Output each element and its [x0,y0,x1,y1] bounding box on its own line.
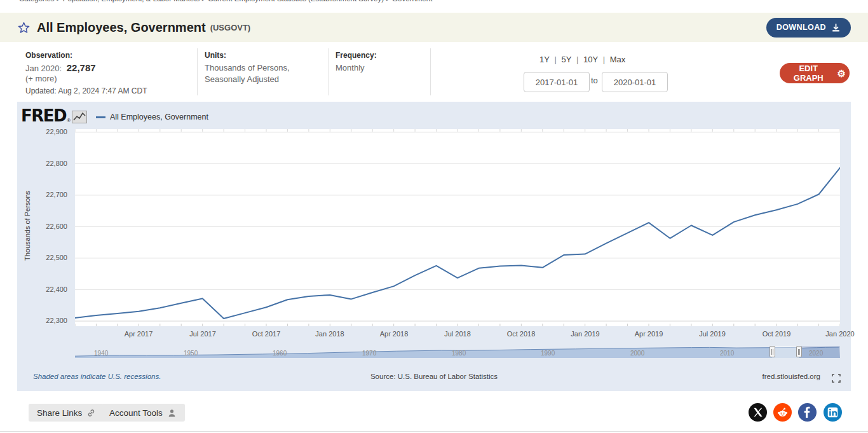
reddit-icon [776,406,789,418]
x-axis-tick-label: Oct 2018 [494,330,548,338]
observation-value: 22,787 [67,62,96,73]
fred-series-page: Categories > Population, Employment, & L… [0,0,868,433]
units-block: Units: Thousands of Persons, Seasonally … [205,51,290,85]
y-axis-tick-label: 22,500 [17,254,67,261]
x-axis-tick-label: Apr 2017 [112,330,165,338]
series-id: (USGOVT) [210,23,251,32]
observation-label: Observation: [25,51,147,60]
fred-logo-chart-icon [72,111,87,123]
source-note: Source: U.S. Bureau of Labor Statistics [17,373,851,380]
page-bottom-divider [0,431,868,432]
series-legend[interactable]: All Employees, Government [96,113,208,121]
navigator-year-label: 2010 [720,350,734,357]
x-logo-icon [753,408,763,417]
divider [197,48,198,95]
navigator-year-label: 1970 [362,350,376,357]
observation-block: Observation: Jan 2020: 22,787 (+ more) U… [25,51,147,95]
share-reddit-button[interactable] [773,403,792,422]
edit-graph-button[interactable]: EDIT GRAPH ⚙ [780,63,850,83]
units-value-line2: Seasonally Adjusted [205,74,290,85]
share-links-label: Share Links [37,408,82,418]
y-axis-tick-label: 22,400 [17,285,67,293]
observation-updated: Updated: Aug 2, 2024 7:47 AM CDT [25,86,147,95]
x-axis-tick-label: Oct 2017 [240,330,293,338]
legend-label: All Employees, Government [110,113,208,121]
account-tools-label: Account Tools [109,408,163,418]
navigator-year-label: 2000 [630,350,644,357]
download-icon [831,23,841,32]
x-axis-tick-label: Oct 2019 [750,330,803,338]
person-icon [167,408,177,418]
range-link-1y[interactable]: 1Y [539,55,550,64]
x-axis-tick-label: Apr 2019 [622,330,675,338]
y-axis-tick-label: 22,800 [17,160,67,167]
facebook-icon [798,403,817,422]
range-link-10y[interactable]: 10Y [583,55,598,64]
account-tools-button[interactable]: Account Tools [101,404,185,422]
range-separator: | [574,55,581,64]
observation-more-link[interactable]: (+ more) [25,73,147,85]
observation-date: Jan 2020: [25,64,62,73]
frequency-value: Monthly [336,62,377,74]
date-range-to-label: to [591,76,598,85]
date-from-input[interactable] [524,72,590,92]
page-title: All Employees, Government [37,20,206,35]
fred-logo[interactable]: FRED ® [21,107,87,124]
observation-line: Jan 2020: 22,787 [25,62,147,73]
y-axis-tick-label: 22,300 [17,317,67,324]
share-linkedin-button[interactable] [824,403,842,422]
breadcrumb: Categories > Population, Employment, & L… [19,0,849,5]
x-axis-tick-label: Jan 2019 [559,330,612,338]
range-separator: | [552,55,559,64]
page-footer: Share Links Account Tools [0,391,868,433]
legend-line-swatch [96,116,105,118]
chart-plot-area[interactable] [75,129,840,333]
share-x-button[interactable] [749,403,767,422]
navigator-handle-right[interactable] [796,346,802,357]
units-value-line1: Thousands of Persons, [205,62,290,74]
share-links-button[interactable]: Share Links [29,404,104,422]
navigator-year-label: 1940 [94,350,108,357]
navigator-year-label: 1960 [273,350,287,357]
fullscreen-icon[interactable] [832,374,841,383]
title-bar: All Employees, Government (USGOVT) DOWNL… [0,13,868,42]
x-axis-tick-label: Jul 2018 [431,330,484,338]
x-axis-tick-label: Jan 2018 [303,330,356,338]
navigator-year-label: 1990 [541,350,555,357]
graph-container: FRED ® All Employees, Government Thousan… [17,102,851,391]
navigator-year-label: 1980 [452,350,466,357]
frequency-label: Frequency: [336,51,377,60]
divider [430,48,431,95]
x-axis-tick-label: Jul 2017 [176,330,229,338]
y-axis-tick-labels: 22,30022,40022,50022,60022,70022,80022,9… [17,129,71,333]
navigator-year-label: 1950 [184,350,198,357]
favorite-star-icon[interactable] [17,21,31,34]
fred-logo-text: FRED [21,107,66,124]
range-quick-links: 1Y | 5Y | 10Y | Max [537,55,628,64]
range-separator: | [600,55,607,64]
y-axis-tick-label: 22,900 [17,128,67,135]
download-button[interactable]: DOWNLOAD [766,18,851,38]
frequency-block: Frequency: Monthly [336,51,377,74]
divider [328,48,329,95]
edit-graph-label: EDIT GRAPH [783,64,834,83]
navigator-year-label: 2020 [809,350,823,357]
link-icon [86,408,96,418]
site-link[interactable]: fred.stlouisfed.org [763,373,820,380]
breadcrumb-text[interactable]: Categories > Population, Employment, & L… [19,0,849,3]
navigator-handle-left[interactable] [770,346,775,357]
share-facebook-button[interactable] [798,403,817,422]
y-axis-tick-label: 22,700 [17,191,67,198]
units-label: Units: [205,51,290,60]
x-axis-tick-label: Jul 2019 [686,330,739,338]
range-link-5y[interactable]: 5Y [562,55,572,64]
range-link-max[interactable]: Max [610,55,626,64]
x-axis-tick-label: Apr 2018 [367,330,421,338]
linkedin-icon [827,407,838,418]
info-bar: Observation: Jan 2020: 22,787 (+ more) U… [0,42,868,102]
date-to-input[interactable] [602,72,668,92]
gear-icon: ⚙ [837,69,846,78]
registered-mark-icon: ® [67,118,71,123]
x-axis-tick-labels: Apr 2017Jul 2017Oct 2017Jan 2018Apr 2018… [75,330,840,340]
x-axis-tick-label: Jan 2020 [813,330,867,338]
